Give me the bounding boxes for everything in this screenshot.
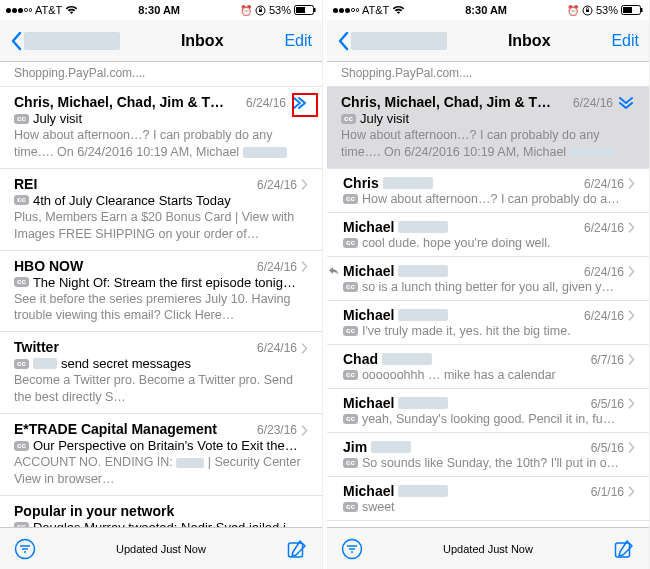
- chevron-left-icon: [337, 31, 349, 51]
- row-subject: The Night Of: Stream the first episode t…: [33, 275, 296, 290]
- status-right: ⏰ 53%: [567, 4, 643, 16]
- thread-row[interactable]: Michael 6/5/16 cc yeah, Sunday's looking…: [327, 389, 649, 433]
- chevron-right-icon: [628, 354, 635, 365]
- nav-edit-button[interactable]: Edit: [284, 32, 312, 50]
- toolbar-status: Updated Just Now: [116, 543, 206, 555]
- row-date: 6/24/16: [257, 178, 297, 192]
- row-sender: Chris, Michael, Chad, Jim & T…: [14, 94, 240, 110]
- reply-icon: [328, 265, 339, 276]
- nav-title: Inbox: [508, 32, 551, 50]
- battery-pct: 53%: [596, 4, 618, 16]
- cc-badge: cc: [343, 238, 358, 248]
- alarm-icon: ⏰: [567, 5, 579, 16]
- truncated-prev-row[interactable]: Shopping.PayPal.com....: [327, 62, 649, 87]
- thread-row[interactable]: Jim 6/5/16 cc So sounds like Sunday, the…: [327, 433, 649, 477]
- inbox-row[interactable]: Chris, Michael, Chad, Jim & T… 6/24/16 c…: [0, 87, 322, 169]
- truncated-prev-row[interactable]: Shopping.PayPal.com....: [0, 62, 322, 87]
- row-preview: How about afternoon…? I can probably do …: [14, 127, 308, 161]
- thread-row[interactable]: Michael 6/24/16 cc I've truly made it, y…: [327, 301, 649, 345]
- msg-sender: Jim: [343, 439, 585, 455]
- nav-edit-button[interactable]: Edit: [611, 32, 639, 50]
- cc-badge: cc: [343, 282, 358, 292]
- nav-back[interactable]: [337, 31, 447, 51]
- row-date: 6/24/16: [257, 341, 297, 355]
- inbox-row[interactable]: Popular in your network cc Douglas Murra…: [0, 496, 322, 527]
- battery-icon: [621, 5, 643, 15]
- status-left: AT&T: [6, 4, 78, 16]
- orientation-lock-icon: [582, 5, 593, 16]
- row-subject: July visit: [33, 111, 82, 126]
- svg-rect-14: [641, 8, 643, 12]
- chevron-right-icon: [301, 179, 308, 190]
- cc-badge: cc: [14, 277, 29, 287]
- cc-badge: cc: [14, 195, 29, 205]
- svg-rect-1: [259, 9, 262, 12]
- thread-header-row[interactable]: Chris, Michael, Chad, Jim & T… 6/24/16 c…: [327, 87, 649, 169]
- thread-expand-icon[interactable]: [290, 96, 308, 110]
- row-date: 6/23/16: [257, 423, 297, 437]
- wifi-icon: [65, 5, 78, 15]
- back-label-redacted: [351, 32, 447, 50]
- thread-row[interactable]: Chris 6/24/16 cc How about afternoon…? I…: [327, 169, 649, 213]
- cc-badge: cc: [343, 194, 358, 204]
- row-subject: 4th of July Clearance Starts Today: [33, 193, 231, 208]
- cc-badge: cc: [14, 441, 29, 451]
- inbox-row[interactable]: Twitter 6/24/16 cc send secret messages …: [0, 332, 322, 414]
- filter-icon[interactable]: [14, 538, 36, 560]
- inbox-row[interactable]: HBO NOW 6/24/16 cc The Night Of: Stream …: [0, 251, 322, 333]
- cc-badge: cc: [343, 414, 358, 424]
- phone-right: AT&T 8:30 AM ⏰ 53% Inbox Edit Shopping.P…: [327, 0, 650, 569]
- thread-sender: Chris, Michael, Chad, Jim & T…: [341, 94, 567, 110]
- msg-preview: yeah, Sunday's looking good. Pencil it i…: [362, 412, 615, 426]
- msg-preview: cool dude. hope you're doing well.: [362, 236, 551, 250]
- row-sender: Popular in your network: [14, 503, 302, 519]
- chevron-right-icon: [628, 266, 635, 277]
- thread-collapse-icon[interactable]: [617, 96, 635, 110]
- inbox-row[interactable]: E*TRADE Capital Management 6/23/16 cc Ou…: [0, 414, 322, 496]
- msg-sender: Chad: [343, 351, 585, 367]
- signal-dots-icon: [6, 8, 32, 13]
- cc-badge: cc: [343, 326, 358, 336]
- chevron-right-icon: [628, 222, 635, 233]
- msg-sender: Michael: [343, 263, 578, 279]
- alarm-icon: ⏰: [240, 5, 252, 16]
- msg-date: 6/24/16: [584, 221, 624, 235]
- compose-icon[interactable]: [286, 538, 308, 560]
- bottom-toolbar: Updated Just Now: [0, 527, 322, 569]
- thread-row[interactable]: Michael 6/24/16 cc cool dude. hope you'r…: [327, 213, 649, 257]
- msg-preview: oooooohhh … mike has a calendar: [362, 368, 556, 382]
- battery-pct: 53%: [269, 4, 291, 16]
- thread-row[interactable]: Michael 6/24/16 cc so is a lunch thing b…: [327, 257, 649, 301]
- inbox-list[interactable]: Chris, Michael, Chad, Jim & T… 6/24/16 c…: [0, 87, 322, 527]
- msg-preview: How about afternoon…? I can probably do …: [362, 192, 620, 206]
- row-sender: REI: [14, 176, 251, 192]
- nav-back[interactable]: [10, 31, 120, 51]
- row-preview: Plus, Members Earn a $20 Bonus Card | Vi…: [14, 209, 308, 243]
- row-sender: HBO NOW: [14, 258, 251, 274]
- wifi-icon: [392, 5, 405, 15]
- status-bar: AT&T 8:30 AM ⏰ 53%: [327, 0, 649, 20]
- msg-date: 6/24/16: [584, 265, 624, 279]
- thread-message-list[interactable]: Chris 6/24/16 cc How about afternoon…? I…: [327, 169, 649, 527]
- status-time: 8:30 AM: [465, 4, 507, 16]
- thread-row[interactable]: Chad 6/7/16 cc oooooohhh … mike has a ca…: [327, 345, 649, 389]
- msg-date: 6/24/16: [584, 177, 624, 191]
- thread-row[interactable]: Michael 6/1/16 cc sweet: [327, 477, 649, 521]
- inbox-row[interactable]: REI 6/24/16 cc 4th of July Clearance Sta…: [0, 169, 322, 251]
- nav-bar: Inbox Edit: [0, 20, 322, 62]
- filter-icon[interactable]: [341, 538, 363, 560]
- row-preview: Become a Twitter pro. Become a Twitter p…: [14, 372, 308, 406]
- msg-preview: so is a lunch thing better for you all, …: [362, 280, 614, 294]
- carrier-label: AT&T: [35, 4, 62, 16]
- msg-sender: Michael: [343, 219, 578, 235]
- chevron-right-icon: [628, 486, 635, 497]
- msg-date: 6/1/16: [591, 485, 624, 499]
- msg-sender: Michael: [343, 307, 578, 323]
- msg-date: 6/5/16: [591, 397, 624, 411]
- compose-icon[interactable]: [613, 538, 635, 560]
- row-subject: Douglas Murray tweeted: Nadir Syed jaile…: [33, 520, 299, 527]
- status-bar: AT&T 8:30 AM ⏰ 53%: [0, 0, 322, 20]
- row-date: 6/24/16: [257, 260, 297, 274]
- row-date: 6/24/16: [246, 96, 286, 110]
- chevron-right-icon: [301, 425, 308, 436]
